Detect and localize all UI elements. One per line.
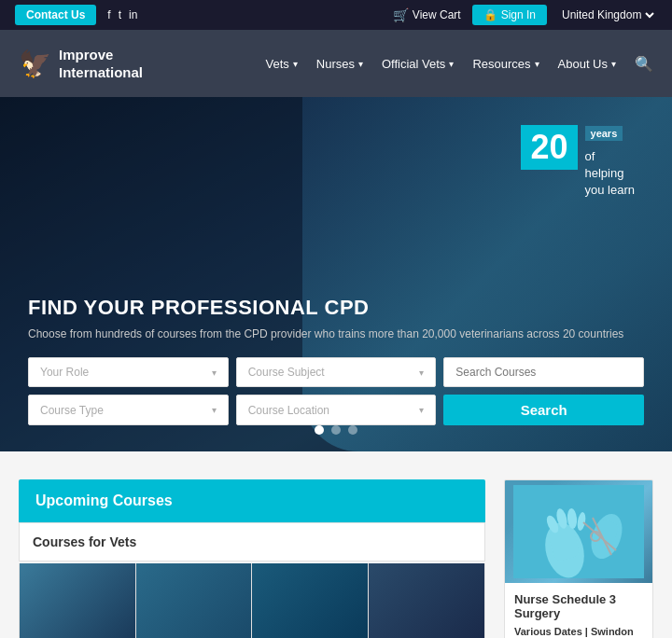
search-form: Your Role ▾ Course Subject ▾ Course Type… xyxy=(28,357,644,425)
view-cart-link[interactable]: 🛒 View Cart xyxy=(393,7,461,22)
subject-select[interactable]: Course Subject ▾ xyxy=(236,357,437,387)
chevron-down-icon: ▾ xyxy=(611,59,616,69)
chevron-down-icon: ▾ xyxy=(358,59,363,69)
surgical-gloves-illustration xyxy=(513,485,644,578)
top-bar: Contact Us f t in 🛒 View Cart 🔒 Sign In … xyxy=(0,0,672,30)
course-card-4[interactable]: Small Animal Orthopaedic Surgery General… xyxy=(369,563,485,638)
top-bar-left: Contact Us f t in xyxy=(15,5,137,25)
course-card-3[interactable]: Small Animal Surgery Consolidated Learni… xyxy=(252,563,369,638)
content-grid: Upcoming Courses Courses for Vets Small … xyxy=(19,479,653,638)
course-card-2[interactable]: Small Animal Surgery Postgraduate Certif… xyxy=(136,563,253,638)
upcoming-courses-header: Upcoming Courses xyxy=(19,479,485,522)
course-card-image-1 xyxy=(20,563,135,638)
course-card-image-2 xyxy=(136,563,252,638)
location-select[interactable]: Course Location ▾ xyxy=(236,395,437,425)
chevron-down-icon: ▾ xyxy=(212,368,217,378)
nav-vets[interactable]: Vets ▾ xyxy=(265,57,297,71)
region-selector[interactable]: United Kingdom xyxy=(558,7,657,22)
sidebar: Nurse Schedule 3 Surgery Various Dates |… xyxy=(504,479,653,638)
contact-button[interactable]: Contact Us xyxy=(15,5,96,25)
social-icons: f t in xyxy=(107,8,137,21)
chevron-down-icon: ▾ xyxy=(419,405,424,415)
chevron-down-icon: ▾ xyxy=(449,59,454,69)
years-badge: 20 years of helping you learn xyxy=(521,125,635,200)
nav-bar: 🦅 Improve International Vets ▾ Nurses ▾ … xyxy=(0,30,672,97)
dot-2[interactable] xyxy=(331,425,341,435)
nav-about-us[interactable]: About Us ▾ xyxy=(558,57,616,71)
sidebar-image-overlay xyxy=(505,480,652,583)
cart-icon: 🛒 xyxy=(393,7,409,22)
facebook-icon[interactable]: f xyxy=(107,8,110,21)
chevron-down-icon: ▾ xyxy=(535,59,539,69)
hero-title: FIND YOUR PROFESSIONAL CPD xyxy=(28,296,644,320)
nav-official-vets[interactable]: Official Vets ▾ xyxy=(382,57,454,71)
nav-resources[interactable]: Resources ▾ xyxy=(472,57,539,71)
course-card-image-3 xyxy=(252,563,368,638)
course-card-image-4 xyxy=(369,563,485,638)
search-icon[interactable]: 🔍 xyxy=(635,55,653,73)
courses-section: Upcoming Courses Courses for Vets Small … xyxy=(19,479,485,638)
chevron-down-icon: ▾ xyxy=(212,405,217,415)
sidebar-course-image xyxy=(505,480,652,583)
logo-bird-icon: 🦅 xyxy=(19,49,51,79)
hero-carousel-dots xyxy=(315,425,357,435)
linkedin-icon[interactable]: in xyxy=(129,8,137,21)
sidebar-body: Nurse Schedule 3 Surgery Various Dates |… xyxy=(505,583,652,638)
sidebar-course-title: Nurse Schedule 3 Surgery xyxy=(514,592,643,620)
sidebar-card: Nurse Schedule 3 Surgery Various Dates |… xyxy=(504,479,653,638)
course-cards-grid: Small Animal Medicine Postgraduate Certi… xyxy=(19,563,485,638)
hero-subtitle: Choose from hundreds of courses from the… xyxy=(28,327,644,340)
top-bar-right: 🛒 View Cart 🔒 Sign In United Kingdom xyxy=(393,5,657,25)
sign-in-button[interactable]: 🔒 Sign In xyxy=(472,5,547,25)
type-select[interactable]: Course Type ▾ xyxy=(28,395,229,425)
dot-3[interactable] xyxy=(348,425,357,435)
logo-text: Improve International xyxy=(59,46,143,82)
chevron-down-icon: ▾ xyxy=(419,368,424,378)
courses-for-vets-label: Courses for Vets xyxy=(19,522,485,562)
search-button[interactable]: Search xyxy=(443,395,644,425)
sidebar-detail: Various Dates | Swindon & Sheffield xyxy=(514,626,643,638)
course-card-1[interactable]: Small Animal Medicine Postgraduate Certi… xyxy=(20,563,136,638)
years-text: years of helping you learn xyxy=(585,125,635,200)
lock-icon: 🔒 xyxy=(483,8,497,21)
chevron-down-icon: ▾ xyxy=(293,59,298,69)
logo: 🦅 Improve International xyxy=(19,46,143,82)
hero-section: 20 years of helping you learn FIND YOUR … xyxy=(0,97,672,451)
nav-nurses[interactable]: Nurses ▾ xyxy=(316,57,363,71)
dot-1[interactable] xyxy=(315,425,324,435)
years-number: 20 xyxy=(521,125,577,170)
main-content: Upcoming Courses Courses for Vets Small … xyxy=(0,451,672,638)
role-select[interactable]: Your Role ▾ xyxy=(28,357,229,387)
nav-links: Vets ▾ Nurses ▾ Official Vets ▾ Resource… xyxy=(265,55,653,73)
twitter-icon[interactable]: t xyxy=(119,8,121,21)
search-courses-input[interactable] xyxy=(443,357,644,387)
